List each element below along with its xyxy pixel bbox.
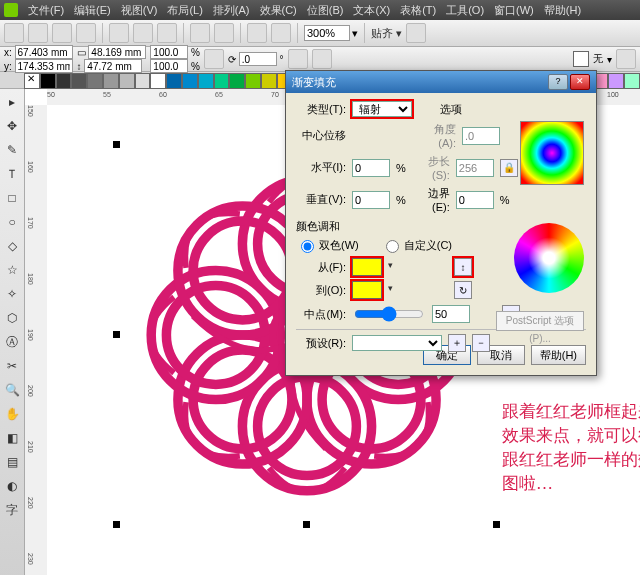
menu-tools[interactable]: 工具(O) bbox=[446, 3, 484, 18]
vert-input[interactable] bbox=[352, 191, 390, 209]
color-swatch[interactable] bbox=[119, 73, 135, 89]
menu-view[interactable]: 视图(V) bbox=[121, 3, 158, 18]
sy-input[interactable] bbox=[150, 59, 188, 73]
rotation-field[interactable]: ⟳ ° bbox=[228, 52, 284, 66]
color-swatch[interactable] bbox=[182, 73, 198, 89]
tool-11[interactable]: ✂ bbox=[1, 355, 23, 377]
wrap-text-icon[interactable] bbox=[616, 49, 636, 69]
copy-icon[interactable] bbox=[133, 23, 153, 43]
handle-w[interactable] bbox=[113, 331, 120, 338]
w-input[interactable] bbox=[88, 45, 146, 59]
zoom-input[interactable] bbox=[304, 25, 350, 41]
menu-window[interactable]: 窗口(W) bbox=[494, 3, 534, 18]
tool-9[interactable]: ⬡ bbox=[1, 307, 23, 329]
tool-12[interactable]: 🔍 bbox=[1, 379, 23, 401]
lock-icon[interactable]: 🔒 bbox=[500, 159, 518, 177]
postscript-button[interactable]: PostScript 选项(P)... bbox=[496, 311, 584, 331]
color-wheel[interactable] bbox=[514, 223, 584, 293]
menu-bitmap[interactable]: 位图(B) bbox=[307, 3, 344, 18]
menu-table[interactable]: 表格(T) bbox=[400, 3, 436, 18]
mirror-v-icon[interactable] bbox=[312, 49, 332, 69]
menu-edit[interactable]: 编辑(E) bbox=[74, 3, 111, 18]
save-icon[interactable] bbox=[52, 23, 72, 43]
paste-icon[interactable] bbox=[157, 23, 177, 43]
tool-16[interactable]: ◐ bbox=[1, 475, 23, 497]
to-color-picker[interactable] bbox=[352, 281, 382, 299]
mirror-h-icon[interactable] bbox=[288, 49, 308, 69]
preset-select[interactable] bbox=[352, 335, 442, 351]
handle-nw[interactable] bbox=[113, 141, 120, 148]
tool-6[interactable]: ◇ bbox=[1, 235, 23, 257]
tool-0[interactable]: ▸ bbox=[1, 91, 23, 113]
new-icon[interactable] bbox=[4, 23, 24, 43]
angle-input[interactable] bbox=[462, 127, 500, 145]
menu-effects[interactable]: 效果(C) bbox=[260, 3, 297, 18]
two-color-radio[interactable]: 双色(W) bbox=[296, 237, 359, 253]
y-input[interactable] bbox=[15, 59, 73, 73]
tool-17[interactable]: 字 bbox=[1, 499, 23, 521]
tool-1[interactable]: ✥ bbox=[1, 115, 23, 137]
color-swatch[interactable] bbox=[261, 73, 277, 89]
lock-ratio-icon[interactable] bbox=[204, 49, 224, 69]
menu-file[interactable]: 文件(F) bbox=[28, 3, 64, 18]
zoom-combo[interactable]: ▾ bbox=[304, 25, 358, 41]
tool-8[interactable]: ✧ bbox=[1, 283, 23, 305]
import-icon[interactable] bbox=[247, 23, 267, 43]
dialog-titlebar[interactable]: 渐变填充 ? ✕ bbox=[286, 71, 596, 93]
from-color-picker[interactable] bbox=[352, 258, 382, 276]
outline-dropdown-icon[interactable]: ▾ bbox=[607, 54, 612, 65]
color-swatch[interactable] bbox=[40, 73, 56, 89]
handle-sw[interactable] bbox=[113, 521, 120, 528]
edge-input[interactable] bbox=[456, 191, 494, 209]
color-swatch[interactable] bbox=[608, 73, 624, 89]
horiz-input[interactable] bbox=[352, 159, 390, 177]
tool-10[interactable]: Ⓐ bbox=[1, 331, 23, 353]
handle-se[interactable] bbox=[493, 521, 500, 528]
no-fill-swatch[interactable] bbox=[24, 73, 40, 89]
tool-13[interactable]: ✋ bbox=[1, 403, 23, 425]
options-icon[interactable] bbox=[406, 23, 426, 43]
type-select[interactable]: 辐射 bbox=[352, 101, 412, 117]
cut-icon[interactable] bbox=[109, 23, 129, 43]
color-swatch[interactable] bbox=[166, 73, 182, 89]
mid-input[interactable] bbox=[432, 305, 470, 323]
menu-help[interactable]: 帮助(H) bbox=[544, 3, 581, 18]
swap-colors-icon[interactable]: ↕ bbox=[454, 258, 472, 276]
tool-7[interactable]: ☆ bbox=[1, 259, 23, 281]
outline-none-icon[interactable] bbox=[573, 51, 589, 67]
tool-14[interactable]: ◧ bbox=[1, 427, 23, 449]
export-icon[interactable] bbox=[271, 23, 291, 43]
open-icon[interactable] bbox=[28, 23, 48, 43]
step-input[interactable] bbox=[456, 159, 494, 177]
mid-slider[interactable] bbox=[354, 306, 424, 322]
color-swatch[interactable] bbox=[624, 73, 640, 89]
color-swatch[interactable] bbox=[245, 73, 261, 89]
color-swatch[interactable] bbox=[71, 73, 87, 89]
tool-5[interactable]: ○ bbox=[1, 211, 23, 233]
close-icon[interactable]: ✕ bbox=[570, 74, 590, 90]
tool-15[interactable]: ▤ bbox=[1, 451, 23, 473]
color-swatch[interactable] bbox=[150, 73, 166, 89]
snap-dropdown[interactable]: 贴齐 ▾ bbox=[371, 26, 402, 41]
menu-layout[interactable]: 布局(L) bbox=[167, 3, 202, 18]
help-button-icon[interactable]: ? bbox=[548, 74, 568, 90]
menu-arrange[interactable]: 排列(A) bbox=[213, 3, 250, 18]
tool-4[interactable]: □ bbox=[1, 187, 23, 209]
menu-text[interactable]: 文本(X) bbox=[353, 3, 390, 18]
color-swatch[interactable] bbox=[87, 73, 103, 89]
color-swatch[interactable] bbox=[229, 73, 245, 89]
print-icon[interactable] bbox=[76, 23, 96, 43]
h-input[interactable] bbox=[84, 59, 142, 73]
preset-remove-icon[interactable]: － bbox=[472, 334, 490, 352]
x-input[interactable] bbox=[15, 45, 73, 59]
color-swatch[interactable] bbox=[135, 73, 151, 89]
sx-input[interactable] bbox=[150, 45, 188, 59]
color-swatch[interactable] bbox=[103, 73, 119, 89]
dropdown-icon[interactable]: ▾ bbox=[352, 27, 358, 40]
color-swatch[interactable] bbox=[56, 73, 72, 89]
handle-s[interactable] bbox=[303, 521, 310, 528]
tool-3[interactable]: Ｔ bbox=[1, 163, 23, 185]
rotate-cw-icon[interactable]: ↻ bbox=[454, 281, 472, 299]
undo-icon[interactable] bbox=[190, 23, 210, 43]
color-swatch[interactable] bbox=[198, 73, 214, 89]
